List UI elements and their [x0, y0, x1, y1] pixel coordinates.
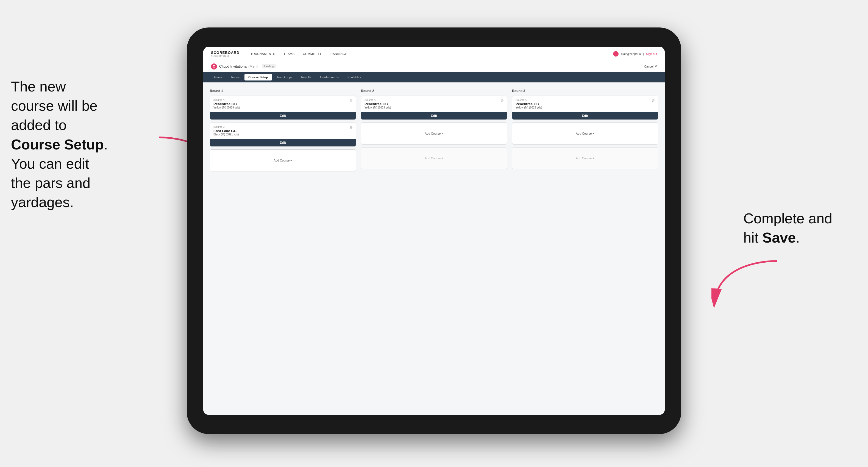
tab-teams[interactable]: Teams — [227, 74, 243, 81]
round3-add-course-2-label: Add Course + — [576, 157, 594, 160]
round3-add-course-1[interactable]: Add Course + — [512, 123, 658, 145]
round-3-column: Round 3 (Course A) Peachtree GC Yellow (… — [512, 89, 658, 174]
tab-results[interactable]: Results — [297, 74, 315, 81]
main-content: Round 1 (Course A) Peachtree GC Yellow (… — [203, 83, 665, 415]
round1-course-a-edit-button[interactable]: Edit — [210, 112, 356, 120]
tablet-device: SCOREBOARD Powered by clippd TOURNAMENTS… — [187, 28, 681, 434]
round3-add-course-2: Add Course + — [512, 147, 658, 169]
round-3-title: Round 3 — [512, 89, 658, 93]
round3-course-a-name: Peachtree GC — [516, 102, 655, 106]
round2-add-course-1-label: Add Course + — [425, 132, 443, 135]
round3-course-a-card: (Course A) Peachtree GC Yellow (M) (6629… — [512, 96, 658, 120]
round1-course-b-label: (Course B) — [213, 126, 352, 128]
main-nav: TOURNAMENTS TEAMS COMMITTEE RANKINGS — [250, 52, 613, 56]
round-2-title: Round 2 — [361, 89, 507, 93]
round2-course-a-details: Yellow (M) (6629 yds) — [365, 106, 503, 109]
hosting-badge: Hosting — [262, 64, 276, 68]
arrow-right — [711, 258, 788, 313]
user-avatar-dot — [613, 51, 619, 57]
nav-teams[interactable]: TEAMS — [283, 52, 294, 56]
round-1-title: Round 1 — [210, 89, 356, 93]
separator: | — [643, 52, 644, 56]
brand-name: SCOREBOARD — [211, 51, 240, 55]
round1-course-a-delete[interactable]: ⊖ — [348, 98, 353, 103]
tournament-logo: C Clippd Invitational (Men) Hosting — [211, 63, 276, 69]
logo-icon: C — [211, 63, 217, 69]
round2-course-a-name: Peachtree GC — [365, 102, 503, 106]
round1-course-a-details: Yellow (M) (6629 yds) — [213, 106, 352, 109]
left-annotation: The new course will be added to Course S… — [11, 77, 108, 212]
tab-tee-groups[interactable]: Tee Groups — [273, 74, 297, 81]
round3-course-a-label: (Course A) — [516, 99, 655, 101]
cancel-button[interactable]: Cancel ✕ — [644, 65, 657, 68]
right-annotation: Complete and hit Save. — [743, 209, 832, 247]
round3-course-a-delete[interactable]: ⊖ — [651, 98, 656, 103]
top-navbar: SCOREBOARD Powered by clippd TOURNAMENTS… — [203, 47, 665, 61]
round1-course-b-delete[interactable]: ⊖ — [348, 125, 353, 130]
tab-leaderboards[interactable]: Leaderboards — [316, 74, 343, 81]
nav-tournaments[interactable]: TOURNAMENTS — [250, 52, 275, 56]
nav-committee[interactable]: COMMITTEE — [303, 52, 322, 56]
round1-course-b-edit-button[interactable]: Edit — [210, 139, 356, 147]
round1-course-b-details: Black (M) (6891 yds) — [213, 133, 352, 136]
round3-course-a-details: Yellow (M) (6629 yds) — [516, 106, 655, 109]
round2-add-course-1[interactable]: Add Course + — [361, 123, 507, 145]
round-1-column: Round 1 (Course A) Peachtree GC Yellow (… — [210, 89, 356, 174]
round1-course-b-name: East Lake GC — [213, 129, 352, 133]
tab-course-setup[interactable]: Course Setup — [245, 74, 272, 81]
tablet-screen: SCOREBOARD Powered by clippd TOURNAMENTS… — [203, 47, 665, 415]
navbar-right: blair@clippd.io | Sign out — [613, 51, 657, 57]
brand: SCOREBOARD Powered by clippd — [211, 51, 240, 57]
tournament-name: Clippd Invitational (Men) — [219, 64, 258, 68]
sign-out-link[interactable]: Sign out — [646, 52, 657, 56]
round2-add-course-2-label: Add Course + — [425, 157, 443, 160]
tab-details[interactable]: Details — [209, 74, 226, 81]
powered-by: Powered by clippd — [211, 55, 240, 57]
round1-course-a-name: Peachtree GC — [213, 102, 352, 106]
round1-add-course-label: Add Course + — [274, 159, 292, 162]
round2-course-a-delete[interactable]: ⊖ — [500, 98, 505, 103]
round1-add-course[interactable]: Add Course + — [210, 150, 356, 172]
round3-course-a-edit-button[interactable]: Edit — [512, 112, 658, 120]
tab-printables[interactable]: Printables — [344, 74, 365, 81]
round1-course-a-label: (Course A) — [213, 99, 352, 101]
round2-course-a-label: (Course A) — [365, 99, 503, 101]
tournament-bar: C Clippd Invitational (Men) Hosting Canc… — [203, 61, 665, 72]
round1-course-b-card: (Course B) East Lake GC Black (M) (6891 … — [210, 123, 356, 147]
rounds-container: Round 1 (Course A) Peachtree GC Yellow (… — [210, 89, 658, 174]
round3-add-course-1-label: Add Course + — [576, 132, 594, 135]
round-2-column: Round 2 (Course A) Peachtree GC Yellow (… — [361, 89, 507, 174]
round2-add-course-2: Add Course + — [361, 147, 507, 169]
nav-rankings[interactable]: RANKINGS — [331, 52, 347, 56]
round2-course-a-card: (Course A) Peachtree GC Yellow (M) (6629… — [361, 96, 507, 120]
user-email: blair@clippd.io — [621, 52, 641, 56]
tabs-bar: Details Teams Course Setup Tee Groups Re… — [203, 72, 665, 83]
round1-course-a-card: (Course A) Peachtree GC Yellow (M) (6629… — [210, 96, 356, 120]
round2-course-a-edit-button[interactable]: Edit — [361, 112, 507, 120]
